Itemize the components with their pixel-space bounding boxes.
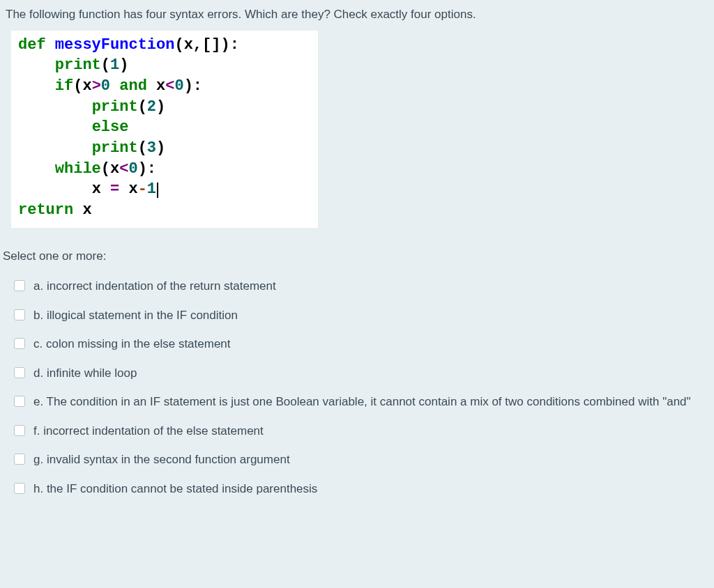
code-print: print: [55, 56, 101, 74]
option-label: f. incorrect indentation of the else sta…: [33, 422, 708, 440]
code-return: return: [18, 201, 73, 219]
code-else: else: [92, 118, 129, 136]
code-fn-name: messyFunction: [55, 36, 175, 54]
option-label: c. colon missing in the else statement: [33, 335, 708, 353]
option-e[interactable]: e. The condition in an IF statement is j…: [6, 387, 708, 417]
checkbox-a[interactable]: [14, 280, 25, 291]
option-label: h. the IF condition cannot be stated ins…: [33, 480, 708, 498]
code-keyword-def: def: [18, 36, 46, 54]
option-label: e. The condition in an IF statement is j…: [33, 393, 708, 411]
checkbox-g[interactable]: [14, 454, 25, 465]
option-d[interactable]: d. infinite while loop: [6, 359, 708, 388]
checkbox-d[interactable]: [14, 367, 25, 378]
option-a[interactable]: a. incorrect indentation of the return s…: [6, 272, 708, 301]
checkbox-f[interactable]: [14, 425, 25, 436]
code-print: print: [92, 98, 138, 116]
text-cursor-icon: [157, 183, 158, 198]
options-list: a. incorrect indentation of the return s…: [0, 272, 714, 503]
code-params: (x,[]):: [174, 36, 238, 54]
option-c[interactable]: c. colon missing in the else statement: [6, 330, 708, 359]
checkbox-c[interactable]: [14, 338, 25, 349]
question-prompt: The following function has four syntax e…: [0, 0, 714, 31]
checkbox-b[interactable]: [14, 309, 25, 320]
code-block: def messyFunction(x,[]): print(1) if(x>0…: [11, 31, 318, 228]
option-g[interactable]: g. invalid syntax in the second function…: [6, 445, 708, 474]
code-while: while: [55, 160, 101, 178]
select-prompt: Select one or more:: [0, 228, 714, 272]
option-label: d. infinite while loop: [33, 364, 708, 382]
option-label: b. illogical statement in the IF conditi…: [33, 307, 708, 325]
code-if: if: [55, 77, 73, 95]
option-label: a. incorrect indentation of the return s…: [33, 277, 708, 295]
option-f[interactable]: f. incorrect indentation of the else sta…: [6, 417, 708, 446]
option-label: g. invalid syntax in the second function…: [33, 451, 708, 469]
code-print: print: [92, 139, 138, 157]
option-h[interactable]: h. the IF condition cannot be stated ins…: [6, 474, 708, 504]
quiz-question: The following function has four syntax e…: [0, 0, 714, 503]
checkbox-e[interactable]: [14, 396, 25, 407]
checkbox-h[interactable]: [14, 483, 25, 494]
option-b[interactable]: b. illogical statement in the IF conditi…: [6, 301, 708, 330]
